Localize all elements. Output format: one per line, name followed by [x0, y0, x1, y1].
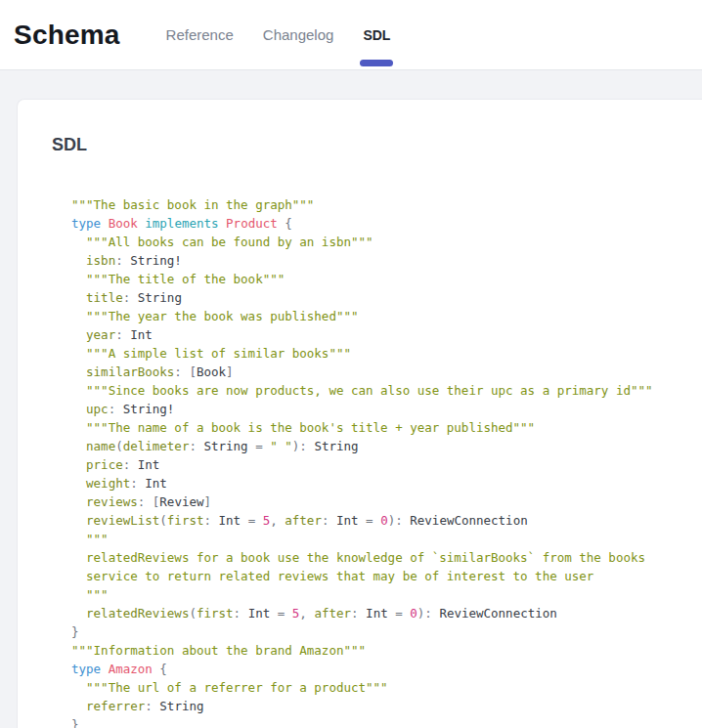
code-line: service to return related reviews that m… — [71, 567, 679, 585]
code-line: weight: Int — [71, 474, 679, 492]
code-line: """Information about the brand Amazon""" — [71, 641, 679, 660]
code-line: type Amazon { — [71, 660, 679, 678]
tab-changelog-label: Changelog — [263, 26, 334, 43]
tab-sdl[interactable]: SDL — [348, 0, 405, 69]
code-line: title: String — [71, 288, 679, 307]
code-line: price: Int — [71, 455, 679, 474]
active-tab-indicator — [360, 60, 393, 66]
tab-sdl-label: SDL — [363, 27, 390, 43]
page-header: Schema Reference Changelog SDL — [0, 0, 702, 70]
code-line: """A simple list of similar books""" — [71, 344, 679, 363]
sdl-code: """The basic book in the graph"""type Bo… — [71, 195, 679, 728]
code-line: """The name of a book is the book's titl… — [71, 418, 679, 437]
code-line: """All books can be found by an isbn""" — [71, 233, 679, 251]
code-line: """The title of the book""" — [71, 270, 679, 288]
tab-reference[interactable]: Reference — [152, 0, 248, 69]
code-line: """ — [71, 530, 679, 548]
code-line: isbn: String! — [71, 251, 679, 270]
code-line: """The year the book was published""" — [71, 307, 679, 325]
code-line: similarBooks: [Book] — [71, 363, 679, 381]
code-line: reviews: [Review] — [71, 492, 679, 511]
page-title: Schema — [14, 20, 120, 51]
code-line: reviewList(first: Int = 5, after: Int = … — [71, 511, 679, 530]
code-line: type Book implements Product { — [71, 214, 679, 233]
code-line: relatedReviews(first: Int = 5, after: In… — [71, 604, 679, 622]
code-line: } — [71, 715, 679, 728]
tab-changelog[interactable]: Changelog — [248, 0, 349, 69]
code-line: referrer: String — [71, 697, 679, 715]
tab-reference-label: Reference — [166, 26, 234, 43]
code-line: upc: String! — [71, 400, 679, 418]
code-line: relatedReviews for a book use the knowle… — [71, 548, 679, 567]
card-heading: SDL — [52, 135, 679, 155]
code-line: """The basic book in the graph""" — [71, 195, 679, 214]
code-line: """ — [71, 585, 679, 604]
code-line: """Since books are now products, we can … — [71, 381, 679, 400]
sdl-card: SDL """The basic book in the graph"""typ… — [17, 99, 702, 728]
tab-bar: Reference Changelog SDL — [152, 0, 406, 69]
code-line: name(delimeter: String = " "): String — [71, 437, 679, 455]
code-line: } — [71, 622, 679, 641]
code-line: year: Int — [71, 325, 679, 344]
code-line: """The url of a referrer for a product""… — [71, 678, 679, 697]
